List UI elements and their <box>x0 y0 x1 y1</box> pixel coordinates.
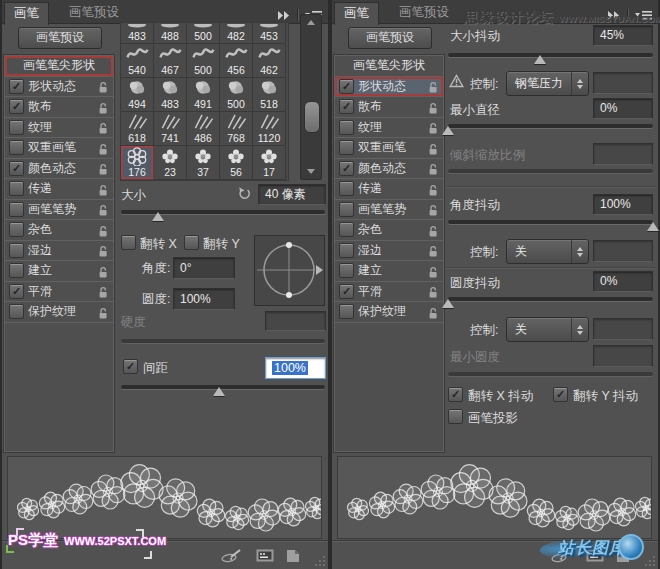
lock-icon[interactable] <box>427 224 439 236</box>
sidebar-item-brush-tip-shape[interactable]: 画笔笔尖形状 <box>5 56 113 77</box>
sidebar-item-10[interactable]: ✓平滑 <box>5 282 113 303</box>
brush-tip-cell[interactable]: 37 <box>187 146 220 180</box>
lock-icon[interactable] <box>97 285 109 297</box>
sidebar-item-11[interactable]: 保护纹理 <box>5 302 113 323</box>
scroll-down-icon[interactable] <box>307 169 315 174</box>
sidebar-item-checkbox[interactable] <box>339 181 354 196</box>
tab-brush[interactable]: 画笔 <box>4 2 49 25</box>
sidebar-item-checkbox[interactable] <box>9 120 24 135</box>
brush-tip-cell[interactable]: 456 <box>220 44 253 78</box>
lock-icon[interactable] <box>427 285 439 297</box>
sidebar-item-checkbox[interactable] <box>339 222 354 237</box>
brush-projection-checkbox[interactable] <box>448 409 463 424</box>
lock-icon[interactable] <box>97 80 109 92</box>
lock-icon[interactable] <box>427 101 439 113</box>
sidebar-item-0[interactable]: ✓形状动态 <box>5 77 113 98</box>
sidebar-item-8[interactable]: 湿边 <box>5 241 113 262</box>
sidebar-item-brush-tip-shape[interactable]: 画笔笔尖形状 <box>335 56 443 77</box>
sidebar-item-5[interactable]: 传递 <box>335 179 443 200</box>
lock-icon[interactable] <box>427 306 439 318</box>
brush-tip-cell[interactable]: 462 <box>253 44 286 78</box>
flip-y-jitter-checkbox[interactable]: ✓ <box>553 387 568 402</box>
roundness-field[interactable]: 100% <box>173 288 235 310</box>
angle-jitter-slider[interactable] <box>448 217 653 231</box>
spacing-slider[interactable] <box>121 382 325 396</box>
brush-tip-cell[interactable]: 518 <box>253 78 286 112</box>
brush-tip-cell[interactable]: 467 <box>154 44 187 78</box>
flip-y-checkbox[interactable] <box>184 235 199 250</box>
sidebar-item-9[interactable]: 建立 <box>335 261 443 282</box>
sidebar-item-checkbox[interactable]: ✓ <box>9 284 24 299</box>
lock-icon[interactable] <box>427 162 439 174</box>
lock-icon[interactable] <box>427 142 439 154</box>
sidebar-item-4[interactable]: ✓颜色动态 <box>335 159 443 180</box>
sidebar-item-checkbox[interactable]: ✓ <box>339 79 354 94</box>
brush-tip-cell[interactable]: 483 <box>154 78 187 112</box>
lock-icon[interactable] <box>427 121 439 133</box>
preset-manager-icon[interactable] <box>256 548 274 567</box>
sidebar-item-1[interactable]: ✓散布 <box>5 97 113 118</box>
brush-tip-cell[interactable]: 540 <box>121 44 154 78</box>
brush-presets-button[interactable]: 画笔预设 <box>18 27 102 49</box>
angle-field[interactable]: 0° <box>173 257 235 279</box>
sidebar-item-5[interactable]: 传递 <box>5 179 113 200</box>
sidebar-item-checkbox[interactable] <box>9 243 24 258</box>
size-field[interactable]: 40 像素 <box>258 184 326 205</box>
lock-icon[interactable] <box>427 265 439 277</box>
sidebar-item-1[interactable]: ✓散布 <box>335 97 443 118</box>
sidebar-item-7[interactable]: 杂色 <box>5 220 113 241</box>
lock-icon[interactable] <box>97 183 109 195</box>
brush-tip-cell[interactable]: 500 <box>187 44 220 78</box>
sidebar-item-checkbox[interactable] <box>339 243 354 258</box>
control-dropdown-off[interactable]: 关 <box>506 239 589 264</box>
lock-icon[interactable] <box>97 244 109 256</box>
flip-x-checkbox[interactable] <box>121 235 136 250</box>
brush-tip-cell[interactable]: 500 <box>220 78 253 112</box>
brush-tip-cell[interactable]: 500 <box>187 23 220 44</box>
brush-tip-cell[interactable]: 618 <box>121 112 154 146</box>
brush-tip-cell[interactable]: 494 <box>121 78 154 112</box>
lock-icon[interactable] <box>97 265 109 277</box>
sidebar-item-2[interactable]: 纹理 <box>5 118 113 139</box>
brush-tip-cell[interactable]: 491 <box>187 78 220 112</box>
sidebar-item-checkbox[interactable] <box>339 304 354 319</box>
size-jitter-field[interactable]: 45% <box>593 25 653 46</box>
lock-icon[interactable] <box>427 244 439 256</box>
brush-tip-cell[interactable]: 741 <box>154 112 187 146</box>
roundness-jitter-slider[interactable] <box>448 294 653 308</box>
sidebar-item-checkbox[interactable] <box>9 222 24 237</box>
brush-tip-cell[interactable]: 482 <box>220 23 253 44</box>
sidebar-item-2[interactable]: 纹理 <box>335 118 443 139</box>
sidebar-item-checkbox[interactable]: ✓ <box>9 79 24 94</box>
lock-icon[interactable] <box>97 121 109 133</box>
brush-tip-cell[interactable]: 486 <box>187 112 220 146</box>
sidebar-item-3[interactable]: 双重画笔 <box>335 138 443 159</box>
sidebar-item-10[interactable]: ✓平滑 <box>335 282 443 303</box>
sidebar-item-0[interactable]: ✓形状动态 <box>335 77 443 98</box>
sidebar-item-checkbox[interactable] <box>9 202 24 217</box>
lock-icon[interactable] <box>97 142 109 154</box>
lock-icon[interactable] <box>427 80 439 92</box>
new-brush-icon[interactable] <box>285 548 301 567</box>
sidebar-item-checkbox[interactable] <box>339 140 354 155</box>
size-slider[interactable] <box>121 207 325 221</box>
flip-x-jitter-checkbox[interactable]: ✓ <box>448 387 463 402</box>
brush-tip-cell[interactable]: 768 <box>220 112 253 146</box>
brush-tip-cell[interactable]: 483 <box>121 23 154 44</box>
lock-icon[interactable] <box>97 306 109 318</box>
tab-brush[interactable]: 画笔 <box>334 2 379 25</box>
sidebar-item-7[interactable]: 杂色 <box>335 220 443 241</box>
sidebar-item-checkbox[interactable] <box>9 263 24 278</box>
sidebar-item-checkbox[interactable] <box>9 304 24 319</box>
brush-stroke-preview-icon[interactable] <box>220 548 242 567</box>
min-diameter-slider[interactable] <box>448 121 653 135</box>
sidebar-item-checkbox[interactable] <box>339 263 354 278</box>
brush-grid-scrollbar[interactable] <box>300 14 322 180</box>
spacing-checkbox[interactable]: ✓ <box>123 359 138 374</box>
sidebar-item-6[interactable]: 画笔笔势 <box>335 200 443 221</box>
control-dropdown-pen-pressure[interactable]: 钢笔压力 <box>506 71 589 96</box>
spacing-field[interactable]: 100% <box>265 357 326 379</box>
sidebar-item-3[interactable]: 双重画笔 <box>5 138 113 159</box>
sidebar-item-9[interactable]: 建立 <box>5 261 113 282</box>
brush-tip-cell[interactable]: 1120 <box>253 112 286 146</box>
